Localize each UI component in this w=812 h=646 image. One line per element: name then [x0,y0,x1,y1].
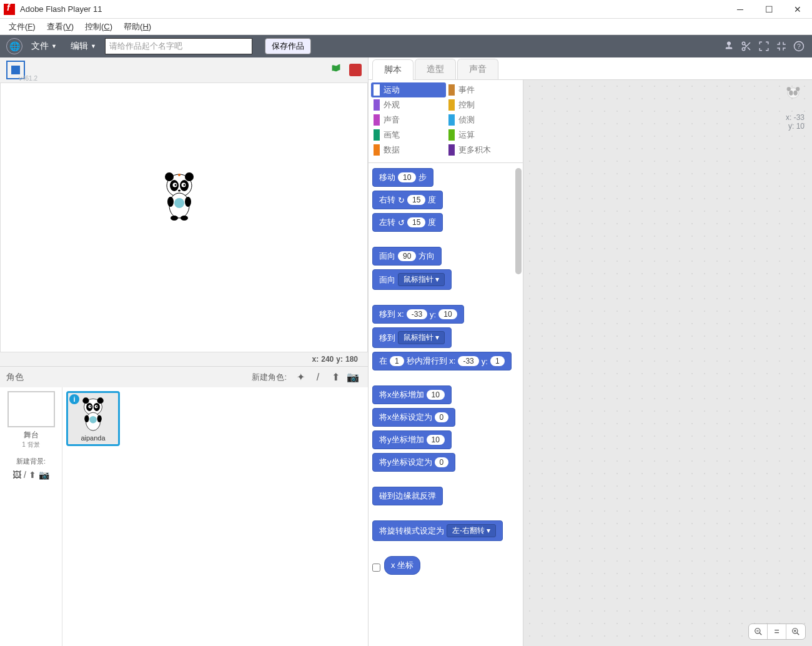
cat-events[interactable]: 事件 [446,82,521,97]
svg-point-29 [96,406,97,407]
stage-thumbnail[interactable] [7,391,55,427]
svg-point-18 [171,216,178,221]
svg-point-11 [175,184,177,186]
sprite-toolbar: 角色 新建角色: ✦ / ⬆ 📷 [0,366,368,387]
block-categories: 运动 事件 外观 控制 声音 侦测 画笔 运算 数据 更多积木 [369,80,523,163]
svg-point-33 [97,415,102,422]
block-goto-xy[interactable]: 移到 x:-33y:10 [372,305,464,324]
tab-sounds[interactable]: 声音 [457,59,498,79]
project-name-input[interactable]: 请给作品起个名字吧 [105,38,252,54]
svg-line-40 [759,633,761,635]
svg-point-37 [789,91,793,96]
minimize-button[interactable]: ─ [726,0,755,19]
tab-scripts[interactable]: 脚本 [372,59,413,80]
green-flag-button[interactable] [329,63,343,77]
cat-sound[interactable]: 声音 [371,112,446,127]
menu-control[interactable]: 控制(C) [85,21,112,32]
os-menubar: 文件(F) 查看(V) 控制(C) 帮助(H) [0,19,812,35]
block-glide[interactable]: 在1秒内滑行到 x:-33y:1 [372,352,512,370]
cat-sensing[interactable]: 侦测 [446,112,521,127]
block-x-position[interactable]: x 坐标 [384,556,420,575]
editor-tabs: 脚本 造型 声音 [369,57,812,80]
cat-motion[interactable]: 运动 [371,82,446,97]
sprite-info-panel: x: -33 y: 10 [782,86,805,131]
block-turn-right[interactable]: 右转↻15度 [372,191,443,209]
paint-backdrop-icon[interactable]: / [24,470,26,480]
block-turn-left[interactable]: 左转↺15度 [372,213,443,232]
block-goto[interactable]: 移到鼠标指针 ▾ [372,327,452,348]
stage-version: v461.2 [19,75,37,82]
cat-pen[interactable]: 画笔 [371,127,446,142]
block-point-direction[interactable]: 面向90方向 [372,247,442,266]
cat-more[interactable]: 更多积木 [446,142,521,157]
stage-canvas[interactable] [0,82,368,352]
svg-point-6 [185,172,194,181]
block-change-y[interactable]: 将y坐标增加10 [372,430,452,449]
cat-operators[interactable]: 运算 [446,127,521,142]
svg-line-43 [797,633,800,635]
stage-header: v461.2 [0,57,368,82]
sprites-label: 角色 [6,372,24,383]
upload-backdrop-icon[interactable]: ⬆ [29,470,36,480]
stop-button[interactable] [349,64,362,76]
sprite-card-aipanda[interactable]: i aipanda [66,391,120,446]
app-toolbar: 🌐 文件▼ 编辑▼ 请给作品起个名字吧 保存作品 ? [0,35,812,57]
sprite-on-stage[interactable] [161,171,198,221]
svg-point-31 [89,416,97,424]
zoom-out-button[interactable] [749,624,768,639]
help-icon[interactable]: ? [792,39,806,53]
grow-icon[interactable] [757,39,771,53]
menu-help[interactable]: 帮助(H) [124,21,151,32]
paint-sprite-icon[interactable]: / [312,371,324,384]
cat-looks[interactable]: 外观 [371,97,446,112]
tab-costumes[interactable]: 造型 [415,59,456,79]
menu-file[interactable]: 文件(F) [9,21,36,32]
palette-scrollbar[interactable] [515,168,522,274]
cat-control[interactable]: 控制 [446,97,521,112]
language-icon[interactable]: 🌐 [6,38,22,54]
camera-sprite-icon[interactable]: 📷 [347,371,359,384]
choose-sprite-icon[interactable]: ✦ [294,371,307,384]
edit-menu[interactable]: 编辑▼ [66,38,101,54]
camera-backdrop-icon[interactable]: 📷 [39,470,49,480]
svg-point-28 [90,406,91,407]
script-workspace[interactable]: x: -33 y: 10 = [523,80,812,646]
block-bounce[interactable]: 碰到边缘就反弹 [372,487,443,505]
svg-point-15 [174,198,184,208]
svg-point-35 [787,87,791,91]
upload-sprite-icon[interactable]: ⬆ [329,371,342,384]
new-sprite-label: 新建角色: [252,372,287,383]
maximize-button[interactable]: ☐ [755,0,783,19]
block-move-steps[interactable]: 移动10步 [372,168,433,187]
svg-point-32 [84,415,89,422]
svg-point-19 [181,216,188,221]
xpos-reporter-checkbox[interactable] [372,564,380,572]
close-button[interactable]: ✕ [783,0,812,19]
save-button[interactable]: 保存作品 [265,38,311,54]
zoom-in-button[interactable] [786,624,805,639]
block-change-x[interactable]: 将x坐标增加10 [372,385,452,404]
cat-data[interactable]: 数据 [371,142,446,157]
block-rotation-style[interactable]: 将旋转模式设定为左-右翻转 ▾ [372,520,503,541]
svg-text:?: ? [797,42,801,50]
svg-point-16 [167,197,174,207]
svg-point-12 [184,184,186,186]
stage-coords: x:240 y:180 [0,352,368,366]
block-set-x[interactable]: 将x坐标设定为0 [372,408,455,427]
file-menu[interactable]: 文件▼ [26,38,62,54]
zoom-controls: = [748,624,806,640]
shrink-icon[interactable] [775,39,788,53]
scissors-icon[interactable] [740,39,753,53]
menu-view[interactable]: 查看(V) [47,21,74,32]
window-title: Adobe Flash Player 11 [20,4,726,14]
svg-point-20 [178,174,181,176]
svg-point-17 [185,197,191,207]
block-set-y[interactable]: 将y坐标设定为0 [372,453,455,472]
sprite-info-button[interactable]: i [69,394,79,404]
zoom-reset-button[interactable]: = [768,624,786,639]
stamp-icon[interactable] [722,39,736,53]
stage-selector[interactable]: 舞台 1 背景 新建背景: 🖼 / ⬆ 📷 [0,387,62,646]
block-point-towards[interactable]: 面向鼠标指针 ▾ [372,269,452,290]
choose-backdrop-icon[interactable]: 🖼 [12,470,21,480]
block-palette[interactable]: 移动10步 右转↻15度 左转↺15度 面向90方向 面向鼠标指针 ▾ 移到 x… [369,163,523,646]
